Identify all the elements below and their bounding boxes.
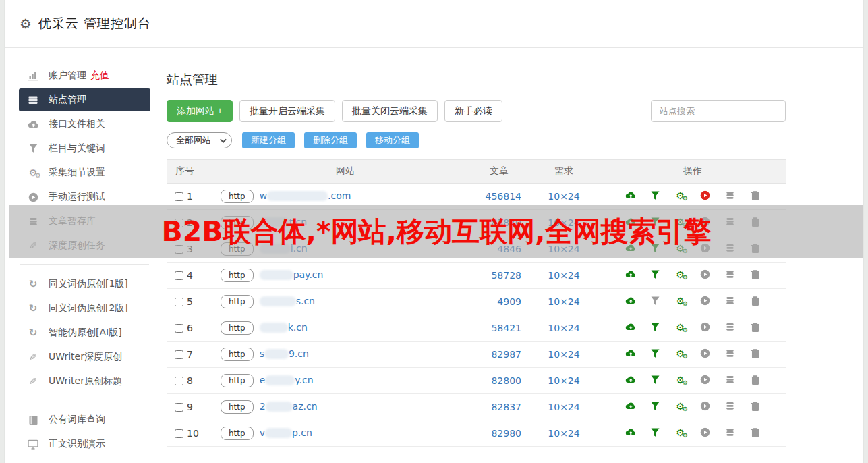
site-domain[interactable]: pay.cn — [260, 269, 324, 280]
play-icon[interactable] — [700, 269, 711, 280]
row-checkbox[interactable] — [175, 429, 183, 438]
move-group-button[interactable]: 移动分组 — [366, 132, 419, 148]
sidebar-item[interactable]: 文章暂存库 — [19, 210, 150, 233]
sidebar-item[interactable]: ↻ 智能伪原创[AI版] — [19, 321, 150, 344]
cloud-upload-icon[interactable] — [625, 375, 636, 385]
site-domain[interactable]: i.cn — [260, 243, 308, 254]
play-icon[interactable] — [700, 322, 711, 333]
group-filter-select[interactable]: 全部网站 — [167, 132, 232, 148]
batch-open-button[interactable]: 批量开启云端采集 — [239, 100, 335, 122]
play-icon[interactable] — [700, 217, 711, 227]
cloud-upload-icon[interactable] — [625, 217, 636, 227]
row-checkbox[interactable] — [175, 192, 183, 201]
sidebar-item[interactable]: 正文识别演示 — [19, 433, 150, 456]
play-icon[interactable] — [700, 401, 711, 412]
cloud-upload-icon[interactable] — [625, 190, 636, 201]
row-checkbox[interactable] — [175, 271, 183, 280]
database-icon[interactable] — [725, 427, 736, 438]
cloud-upload-icon[interactable] — [625, 296, 636, 306]
demand-value[interactable]: 10×24 — [528, 315, 600, 342]
gears-icon[interactable]: ⚙⚙ — [675, 190, 686, 201]
row-checkbox[interactable] — [175, 350, 183, 359]
play-icon[interactable] — [700, 243, 711, 254]
site-domain[interactable]: 2az.cn — [260, 401, 318, 412]
site-domain[interactable]: t.cn — [260, 217, 308, 227]
sidebar-item[interactable]: 栏目与关键词 — [19, 137, 150, 160]
gears-icon[interactable]: ⚙⚙ — [675, 217, 686, 227]
trash-icon[interactable] — [750, 217, 761, 227]
http-button[interactable]: http — [221, 321, 254, 335]
sidebar-item[interactable]: 公有词库查询 — [19, 408, 150, 431]
newbie-guide-button[interactable]: 新手必读 — [444, 100, 502, 122]
trash-icon[interactable] — [750, 322, 761, 333]
demand-value[interactable]: 10×24 — [528, 342, 600, 368]
filter-icon[interactable] — [650, 348, 661, 359]
database-icon[interactable] — [725, 375, 736, 385]
http-button[interactable]: http — [221, 295, 254, 308]
site-domain[interactable]: w.com — [260, 190, 351, 201]
trash-icon[interactable] — [750, 427, 761, 438]
database-icon[interactable] — [725, 190, 736, 201]
article-count[interactable]: 4846 — [470, 236, 528, 263]
add-site-button[interactable]: 添加网站 + — [167, 100, 233, 122]
cloud-upload-icon[interactable] — [625, 243, 636, 254]
database-icon[interactable] — [725, 217, 736, 227]
sidebar-item[interactable]: ✎ 深度原创任务 — [19, 234, 150, 257]
sidebar-item[interactable]: ✎ UWriter原创标题 — [19, 370, 150, 393]
trash-icon[interactable] — [750, 375, 761, 385]
row-checkbox[interactable] — [175, 219, 183, 227]
filter-icon[interactable] — [650, 401, 661, 412]
play-icon[interactable] — [700, 296, 711, 306]
http-button[interactable]: http — [221, 269, 254, 282]
site-domain[interactable]: vp.cn — [260, 427, 312, 438]
cloud-upload-icon[interactable] — [625, 322, 636, 333]
sidebar-item[interactable]: 接口文件相关 — [19, 113, 150, 136]
http-button[interactable]: http — [221, 348, 254, 361]
trash-icon[interactable] — [750, 190, 761, 201]
play-icon[interactable] — [700, 375, 711, 385]
http-button[interactable]: http — [221, 216, 254, 229]
demand-value[interactable]: 10×24 — [528, 394, 600, 420]
article-count[interactable]: 82837 — [470, 394, 528, 420]
article-count[interactable]: 58728 — [470, 263, 528, 289]
database-icon[interactable] — [725, 243, 736, 254]
sidebar-item[interactable]: 手动运行测试 — [19, 186, 150, 209]
batch-close-button[interactable]: 批量关闭云端采集 — [342, 100, 438, 122]
trash-icon[interactable] — [750, 348, 761, 359]
database-icon[interactable] — [725, 348, 736, 359]
http-button[interactable]: http — [221, 190, 254, 203]
site-domain[interactable]: s.cn — [260, 296, 315, 306]
demand-value[interactable]: 10×24 — [528, 368, 600, 394]
cloud-upload-icon[interactable] — [625, 348, 636, 359]
play-icon[interactable] — [700, 190, 711, 201]
database-icon[interactable] — [725, 401, 736, 412]
sidebar-item[interactable]: 账户管理 充值 — [19, 64, 150, 87]
http-button[interactable]: http — [221, 374, 254, 387]
filter-icon[interactable] — [650, 217, 661, 227]
http-button[interactable]: http — [221, 242, 254, 256]
site-domain[interactable]: ey.cn — [260, 375, 314, 385]
article-count[interactable]: 82987 — [470, 342, 528, 368]
article-count[interactable]: 58421 — [470, 315, 528, 342]
cloud-upload-icon[interactable] — [625, 401, 636, 412]
gears-icon[interactable]: ⚙⚙ — [675, 269, 686, 280]
gears-icon[interactable]: ⚙⚙ — [675, 322, 686, 333]
row-checkbox[interactable] — [175, 324, 183, 333]
database-icon[interactable] — [725, 322, 736, 333]
filter-icon[interactable] — [650, 427, 661, 438]
article-count[interactable]: 456814 — [470, 184, 528, 210]
play-icon[interactable] — [700, 427, 711, 438]
sidebar-item[interactable]: ⚙⚙ 采集细节设置 — [19, 161, 150, 184]
trash-icon[interactable] — [750, 296, 761, 306]
sidebar-item[interactable]: ↻ 同义词伪原创[1版] — [19, 273, 150, 296]
delete-group-button[interactable]: 删除分组 — [304, 132, 357, 148]
site-domain[interactable]: s9.cn — [260, 348, 309, 359]
play-icon[interactable] — [700, 348, 711, 359]
gears-icon[interactable]: ⚙⚙ — [675, 375, 686, 385]
row-checkbox[interactable] — [175, 298, 183, 306]
recharge-link[interactable]: 充值 — [90, 70, 109, 82]
sidebar-item[interactable]: ✎ UWriter深度原创 — [19, 346, 150, 369]
article-count[interactable]: 83870 — [470, 210, 528, 236]
http-button[interactable]: http — [221, 400, 254, 414]
database-icon[interactable] — [725, 296, 736, 306]
